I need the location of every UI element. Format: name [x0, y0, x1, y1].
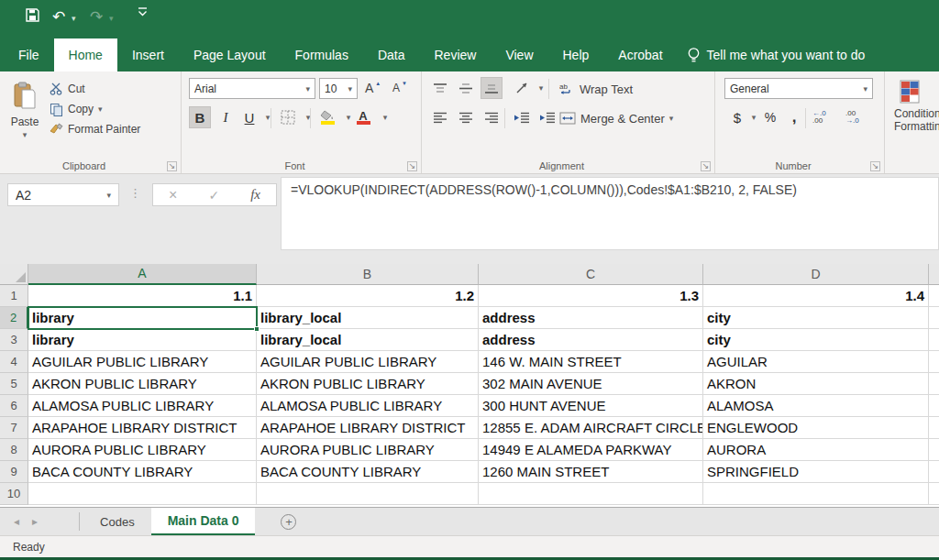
- merge-center-dropdown-icon[interactable]: ▾: [669, 114, 674, 123]
- tab-insert[interactable]: Insert: [117, 38, 179, 71]
- grow-font-button[interactable]: A▲: [365, 78, 381, 98]
- column-header-c[interactable]: C: [479, 264, 703, 285]
- underline-dropdown-icon[interactable]: ▾: [257, 106, 279, 128]
- add-sheet-icon[interactable]: +: [281, 514, 296, 530]
- cell-e4[interactable]: [929, 351, 939, 373]
- font-size-dropdown-icon[interactable]: ▾: [348, 84, 352, 93]
- cell-c7[interactable]: 12855 E. ADAM AIRCRAFT CIRCLE: [479, 417, 703, 439]
- decrease-decimal-button[interactable]: .00 →.0: [845, 106, 867, 128]
- font-color-dropdown-icon[interactable]: ▾: [374, 106, 396, 128]
- tab-page-layout[interactable]: Page Layout: [179, 38, 281, 71]
- cell-d2[interactable]: city: [703, 307, 929, 329]
- row-header-1[interactable]: 1: [0, 285, 28, 307]
- cell-b8[interactable]: AURORA PUBLIC LIBRARY: [257, 439, 479, 461]
- cell-b3[interactable]: library_local: [257, 329, 479, 351]
- cell-d8[interactable]: AURORA: [703, 439, 929, 461]
- cell-c10[interactable]: [479, 483, 703, 505]
- cell-e7[interactable]: [929, 417, 939, 439]
- formula-bar-resize-dots-icon[interactable]: ⋮: [129, 186, 141, 200]
- save-icon[interactable]: [25, 7, 40, 23]
- bold-button[interactable]: B: [189, 106, 211, 128]
- cell-b4[interactable]: AGUILAR PUBLIC LIBRARY: [257, 351, 479, 373]
- format-painter-button[interactable]: Format Painter: [50, 119, 140, 139]
- cell-b1[interactable]: 1.2: [257, 285, 479, 307]
- cell-d4[interactable]: AGUILAR: [703, 351, 929, 373]
- column-header-d[interactable]: D: [703, 264, 929, 285]
- increase-indent-button[interactable]: [536, 106, 558, 128]
- top-align-button[interactable]: [429, 77, 451, 99]
- row-header-3[interactable]: 3: [0, 329, 28, 351]
- cell-e1[interactable]: [929, 285, 939, 307]
- cell-b7[interactable]: ARAPAHOE LIBRARY DISTRICT: [257, 417, 479, 439]
- cell-c5[interactable]: 302 MAIN AVENUE: [479, 373, 703, 395]
- column-header-a[interactable]: A: [28, 264, 257, 285]
- cell-b10[interactable]: [257, 483, 479, 505]
- font-family-dropdown-icon[interactable]: ▾: [305, 84, 310, 93]
- alignment-dialog-launcher-icon[interactable]: ↘: [701, 161, 711, 171]
- cell-a3[interactable]: library: [28, 329, 257, 351]
- column-header-e-sliver[interactable]: [929, 264, 939, 285]
- undo-dropdown-icon[interactable]: ▾: [72, 14, 76, 23]
- sheet-nav-left-icon[interactable]: ◂: [7, 515, 26, 528]
- tab-data[interactable]: Data: [363, 38, 420, 71]
- conditional-formatting-button[interactable]: Conditional Formatting: [894, 76, 939, 159]
- formula-input[interactable]: =VLOOKUP(INDIRECT(ADDRESS(ROW()-1,COLUMN…: [281, 177, 939, 250]
- customize-qat-icon[interactable]: [138, 5, 148, 17]
- tab-formulas[interactable]: Formulas: [281, 38, 363, 71]
- font-color-button[interactable]: A: [352, 106, 374, 128]
- insert-function-icon[interactable]: fx: [250, 187, 260, 203]
- tab-review[interactable]: Review: [420, 38, 492, 71]
- cut-button[interactable]: Cut: [50, 79, 85, 99]
- align-left-button[interactable]: [429, 106, 451, 128]
- font-family-combo[interactable]: Arial ▾: [189, 78, 315, 99]
- copy-button[interactable]: Copy ▾: [50, 99, 103, 119]
- cell-c3[interactable]: address: [479, 329, 703, 351]
- cell-a10[interactable]: [28, 483, 257, 505]
- cell-a8[interactable]: AURORA PUBLIC LIBRARY: [28, 439, 257, 461]
- cell-d9[interactable]: SPRINGFIELD: [703, 461, 929, 483]
- cell-d3[interactable]: city: [703, 329, 929, 351]
- row-header-4[interactable]: 4: [0, 351, 28, 373]
- undo-icon[interactable]: ↶: [52, 8, 65, 27]
- name-box-dropdown-icon[interactable]: ▾: [106, 191, 111, 200]
- cell-e2[interactable]: [929, 307, 939, 329]
- cell-d6[interactable]: ALAMOSA: [703, 395, 929, 417]
- tab-home[interactable]: Home: [54, 38, 117, 71]
- align-right-button[interactable]: [481, 106, 503, 128]
- comma-style-button[interactable]: ,: [783, 106, 805, 128]
- font-size-combo[interactable]: 10 ▾: [319, 78, 358, 99]
- cell-c8[interactable]: 14949 E ALAMEDA PARKWAY: [479, 439, 703, 461]
- cell-d5[interactable]: AKRON: [703, 373, 929, 395]
- cell-a4[interactable]: AGUILAR PUBLIC LIBRARY: [28, 351, 257, 373]
- row-header-5[interactable]: 5: [0, 373, 28, 395]
- sheet-tab-main-data-0[interactable]: Main Data 0: [151, 508, 256, 535]
- number-format-dropdown-icon[interactable]: ▾: [863, 84, 867, 93]
- name-box[interactable]: A2 ▾: [7, 183, 119, 206]
- cell-d10[interactable]: [703, 483, 929, 505]
- cell-e6[interactable]: [929, 395, 939, 417]
- cell-b2[interactable]: library_local: [257, 307, 479, 329]
- sheet-nav-right-icon[interactable]: ▸: [26, 515, 44, 528]
- cell-e3[interactable]: [929, 329, 939, 351]
- cell-d1[interactable]: 1.4: [703, 285, 929, 307]
- number-format-combo[interactable]: General ▾: [724, 78, 873, 99]
- cell-a5[interactable]: AKRON PUBLIC LIBRARY: [28, 373, 257, 395]
- cell-c4[interactable]: 146 W. MAIN STREET: [479, 351, 703, 373]
- cell-c2[interactable]: address: [479, 307, 703, 329]
- tab-view[interactable]: View: [491, 38, 547, 71]
- row-header-8[interactable]: 8: [0, 439, 28, 461]
- sheet-tab-codes[interactable]: Codes: [83, 508, 151, 535]
- cell-c1[interactable]: 1.3: [479, 285, 703, 307]
- bottom-align-button[interactable]: [481, 77, 503, 99]
- cell-e5[interactable]: [929, 373, 939, 395]
- cell-a9[interactable]: BACA COUNTY LIBRARY: [28, 461, 257, 483]
- font-dialog-launcher-icon[interactable]: ↘: [407, 161, 417, 171]
- percent-style-button[interactable]: %: [759, 106, 781, 128]
- cell-c6[interactable]: 300 HUNT AVENUE: [479, 395, 703, 417]
- row-header-2[interactable]: 2: [0, 307, 28, 329]
- cell-b5[interactable]: AKRON PUBLIC LIBRARY: [257, 373, 479, 395]
- row-header-9[interactable]: 9: [0, 461, 28, 483]
- clipboard-dialog-launcher-icon[interactable]: ↘: [167, 161, 177, 171]
- cell-a2-selected[interactable]: library: [28, 307, 257, 329]
- middle-align-button[interactable]: [455, 77, 477, 99]
